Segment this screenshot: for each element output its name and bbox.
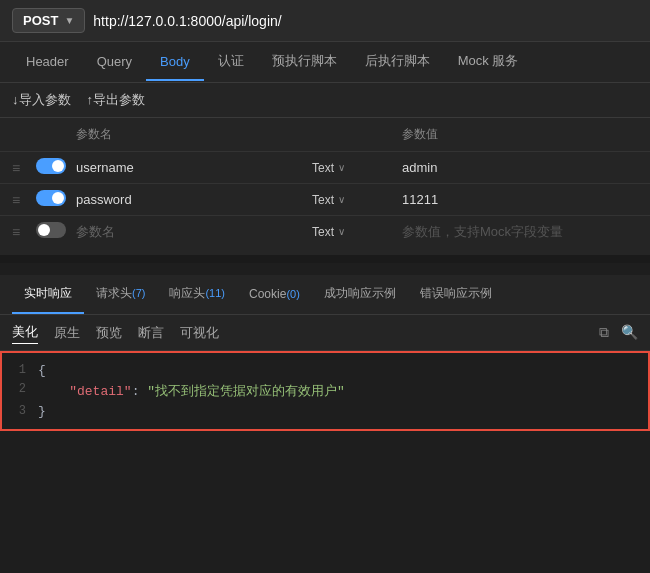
tab-response-headers[interactable]: 响应头(11) [157, 275, 237, 314]
line-content-1: { [38, 363, 46, 378]
toggle-password[interactable] [36, 190, 76, 209]
type-select-username[interactable]: Text ∨ [312, 161, 402, 175]
toggle-switch [36, 158, 66, 174]
url-input[interactable] [93, 9, 638, 33]
tab-success-example[interactable]: 成功响应示例 [312, 275, 408, 314]
line-num-1: 1 [2, 363, 38, 378]
line-content-3: } [38, 404, 46, 419]
top-bar: POST ▼ [0, 0, 650, 42]
method-select[interactable]: POST ▼ [12, 8, 85, 33]
tab-header[interactable]: Header [12, 44, 83, 81]
spacer [0, 263, 650, 275]
view-toolbar: 美化 原生 预览 断言 可视化 ⧉ 🔍 [0, 315, 650, 351]
col-name-header: 参数名 [76, 126, 312, 143]
param-row-placeholder: ≡ 参数名 Text ∨ 参数值，支持Mock字段变量 [0, 215, 650, 247]
action-bar: ↓导入参数 ↑导出参数 [0, 83, 650, 118]
type-label-placeholder: Text [312, 225, 334, 239]
toggle-switch-off [36, 222, 66, 238]
type-chevron: ∨ [338, 226, 345, 237]
param-value-password[interactable]: 11211 [402, 192, 638, 207]
drag-handle[interactable]: ≡ [12, 192, 36, 208]
toggle-username[interactable] [36, 158, 76, 177]
tab-query[interactable]: Query [83, 44, 146, 81]
json-value-detail: "找不到指定凭据对应的有效用户" [147, 384, 345, 399]
param-row-username: ≡ username Text ∨ admin [0, 151, 650, 183]
type-label-username: Text [312, 161, 334, 175]
import-params-button[interactable]: ↓导入参数 [12, 91, 71, 109]
type-label-password: Text [312, 193, 334, 207]
drag-handle[interactable]: ≡ [12, 160, 36, 176]
type-chevron: ∨ [338, 162, 345, 173]
toggle-switch [36, 190, 66, 206]
param-row-password: ≡ password Text ∨ 11211 [0, 183, 650, 215]
copy-icon[interactable]: ⧉ [599, 324, 609, 341]
tab-auth[interactable]: 认证 [204, 42, 258, 82]
col-value-header: 参数值 [402, 126, 638, 143]
import-label: ↓导入参数 [12, 91, 71, 109]
tab-cookie[interactable]: Cookie(0) [237, 277, 312, 313]
tab-error-example[interactable]: 错误响应示例 [408, 275, 504, 314]
json-line-2: 2 "detail": "找不到指定凭据对应的有效用户" [2, 380, 648, 402]
response-tabs: 实时响应 请求头(7) 响应头(11) Cookie(0) 成功响应示例 错误响… [0, 275, 650, 315]
type-select-placeholder[interactable]: Text ∨ [312, 225, 402, 239]
view-btn-assertion[interactable]: 断言 [138, 322, 164, 344]
params-table: 参数名 参数值 ≡ username Text ∨ admin ≡ passwo… [0, 118, 650, 255]
json-line-1: 1 { [2, 361, 648, 380]
method-label: POST [23, 13, 58, 28]
export-params-button[interactable]: ↑导出参数 [87, 91, 146, 109]
line-num-2: 2 [2, 382, 38, 400]
tab-request-headers[interactable]: 请求头(7) [84, 275, 157, 314]
search-icon[interactable]: 🔍 [621, 324, 638, 341]
param-value-username[interactable]: admin [402, 160, 638, 175]
tab-body[interactable]: Body [146, 44, 204, 81]
export-label: ↑导出参数 [87, 91, 146, 109]
view-btn-beautify[interactable]: 美化 [12, 321, 38, 344]
drag-handle[interactable]: ≡ [12, 224, 36, 240]
view-btn-raw[interactable]: 原生 [54, 322, 80, 344]
json-line-3: 3 } [2, 402, 648, 421]
param-value-placeholder: 参数值，支持Mock字段变量 [402, 223, 638, 241]
toggle-placeholder[interactable] [36, 222, 76, 241]
line-num-3: 3 [2, 404, 38, 419]
method-chevron: ▼ [64, 15, 74, 26]
type-chevron: ∨ [338, 194, 345, 205]
view-btn-visual[interactable]: 可视化 [180, 322, 219, 344]
param-name-placeholder[interactable]: 参数名 [76, 223, 312, 241]
tab-post-script[interactable]: 后执行脚本 [351, 42, 444, 82]
tab-mock[interactable]: Mock 服务 [444, 42, 533, 82]
tab-pre-script[interactable]: 预执行脚本 [258, 42, 351, 82]
line-content-2: "detail": "找不到指定凭据对应的有效用户" [38, 382, 345, 400]
param-name-username[interactable]: username [76, 160, 312, 175]
params-header: 参数名 参数值 [0, 118, 650, 151]
view-btn-preview[interactable]: 预览 [96, 322, 122, 344]
view-icons: ⧉ 🔍 [599, 324, 638, 341]
type-select-password[interactable]: Text ∨ [312, 193, 402, 207]
section-divider [0, 255, 650, 263]
param-name-password[interactable]: password [76, 192, 312, 207]
response-body: 1 { 2 "detail": "找不到指定凭据对应的有效用户" 3 } [0, 351, 650, 431]
nav-tabs: Header Query Body 认证 预执行脚本 后执行脚本 Mock 服务 [0, 42, 650, 83]
json-key-detail: "detail" [69, 384, 131, 399]
tab-realtime-response[interactable]: 实时响应 [12, 275, 84, 314]
